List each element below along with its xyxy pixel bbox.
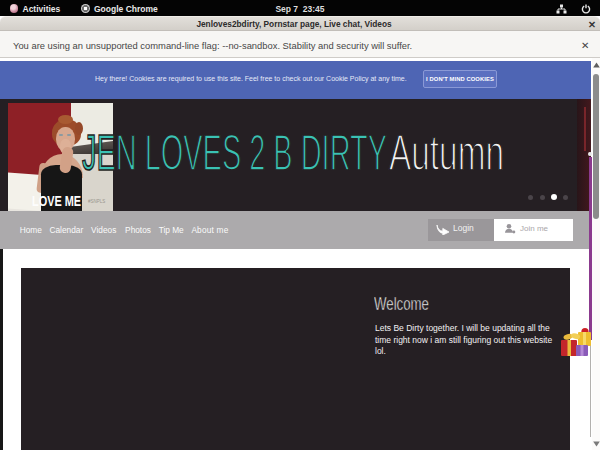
svg-text:Welcome: Welcome (374, 294, 429, 314)
svg-text:JEN LOVES 2 B DIRTY: JEN LOVES 2 B DIRTY (82, 125, 387, 181)
svg-text:Autumn: Autumn (389, 125, 504, 181)
